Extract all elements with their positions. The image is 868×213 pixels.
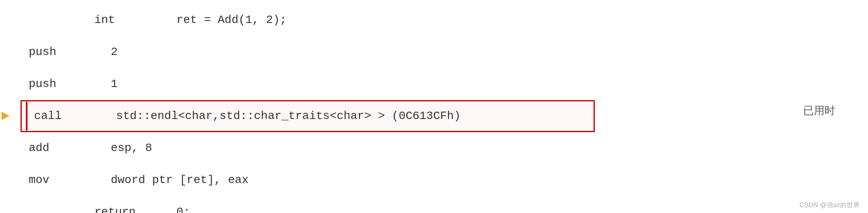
watermark: CSDN @强sir的世界 xyxy=(799,201,860,210)
mnemonic-7: return xyxy=(94,203,176,213)
operand-6: dword ptr [ret], eax xyxy=(111,171,249,190)
code-line-1: int ret = Add(1, 2); xyxy=(25,4,868,36)
mnemonic-4: call xyxy=(34,107,116,126)
code-container: int ret = Add(1, 2); push 2 push 1 ► cal… xyxy=(0,0,868,213)
operand-2: 2 xyxy=(111,43,118,62)
code-line-7: return 0; xyxy=(25,196,868,213)
code-line-6: mov dword ptr [ret], eax xyxy=(25,164,868,196)
arrow-icon: ► xyxy=(1,105,9,127)
code-line-5: add esp, 8 xyxy=(25,132,868,164)
mnemonic-6: mov xyxy=(29,171,111,190)
mnemonic-3: push xyxy=(29,75,111,94)
mnemonic-5: add xyxy=(29,139,111,158)
operand-7: 0; xyxy=(176,203,190,213)
code-line-3: push 1 xyxy=(25,68,868,100)
operand-1: ret = Add(1, 2); xyxy=(176,11,287,30)
mnemonic-2: push xyxy=(29,43,111,62)
operand-5: esp, 8 xyxy=(111,139,152,158)
mnemonic-1: int xyxy=(94,11,176,30)
operand-3: 1 xyxy=(111,75,118,94)
code-line-4-highlighted: ► call std::endl<char,std::char_traits<c… xyxy=(21,100,595,132)
operand-4: std::endl<char,std::char_traits<char> > … xyxy=(116,107,461,126)
side-label: 已用时 xyxy=(803,103,835,118)
code-line-2: push 2 xyxy=(25,36,868,68)
